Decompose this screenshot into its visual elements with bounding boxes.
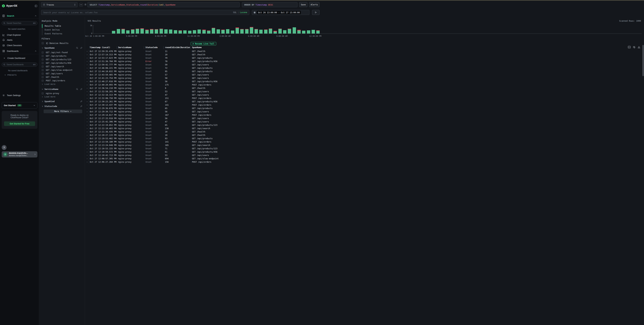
column-resize-handle[interactable]: [190, 46, 190, 49]
row-expand-chevron[interactable]: ›: [86, 103, 88, 107]
row-expand-chevron[interactable]: ›: [86, 97, 88, 100]
row-expand-chevron[interactable]: ›: [86, 93, 88, 97]
row-expand-chevron[interactable]: ›: [86, 140, 88, 144]
create-dashboard-button[interactable]: + Create Dashboard: [0, 56, 39, 60]
table-row[interactable]: › Oct 27 12:51:36.784 PM nginx-proxy Err…: [85, 60, 322, 63]
get-started-free-button[interactable]: Get Started for Free: [4, 121, 35, 126]
row-expand-chevron[interactable]: ›: [86, 60, 88, 63]
row-expand-chevron[interactable]: ›: [86, 117, 88, 120]
row-expand-chevron[interactable]: ›: [86, 157, 88, 160]
sidebar-item-client-sessions[interactable]: Client Sessions: [0, 43, 39, 47]
save-button[interactable]: Save: [299, 2, 308, 7]
mode-event-deltas[interactable]: Event Deltas: [45, 28, 60, 31]
table-row[interactable]: › Oct 27 12:25:42.306 PM nginx-proxy Uns…: [85, 120, 322, 123]
checkbox[interactable]: [42, 65, 44, 68]
spanname-load-more[interactable]: Load more: [42, 83, 55, 85]
checkbox[interactable]: [42, 80, 44, 82]
row-expand-chevron[interactable]: ›: [86, 100, 88, 103]
source-settings-gear-icon[interactable]: [84, 3, 87, 6]
table-row[interactable]: › Oct 27 12:10:53.155 PM nginx-proxy Uns…: [85, 147, 322, 150]
table-row[interactable]: › Oct 27 12:06:27.284 PM nginx-proxy Uns…: [85, 160, 322, 162]
table-row[interactable]: › Oct 27 12:29:30.712 PM nginx-proxy Uns…: [85, 110, 322, 113]
table-row[interactable]: › Oct 27 12:32:08.750 PM nginx-proxy Uns…: [85, 97, 322, 100]
table-row[interactable]: › Oct 27 12:10:50.572 PM nginx-proxy Uns…: [85, 150, 322, 154]
row-expand-chevron[interactable]: ›: [86, 90, 88, 93]
table-row[interactable]: › Oct 27 12:32:18.313 PM nginx-proxy Uns…: [85, 93, 322, 97]
row-expand-chevron[interactable]: ›: [86, 160, 88, 162]
filter-option[interactable]: GET /health: [42, 76, 59, 78]
row-expand-chevron[interactable]: ›: [86, 53, 88, 56]
presets-toggle[interactable]: PRESETS: [4, 74, 16, 76]
mode-results-table[interactable]: Results Table: [45, 25, 61, 27]
filter-option[interactable]: GET /api/not-found: [42, 51, 68, 54]
saved-dashboards-input[interactable]: [6, 63, 33, 66]
column-resize-handle[interactable]: [117, 46, 117, 49]
row-expand-chevron[interactable]: ›: [86, 80, 88, 83]
row-expand-chevron[interactable]: ›: [86, 110, 88, 113]
chevron-up-icon[interactable]: [35, 50, 36, 52]
saved-searches-input[interactable]: [6, 22, 33, 24]
event-search-bar[interactable]: SQL | Lucene: [41, 10, 249, 15]
resume-live-tail-button[interactable]: Resume Live Tail: [190, 42, 216, 45]
column-resize-handle[interactable]: [144, 46, 144, 49]
mode-event-patterns[interactable]: Event Patterns: [45, 32, 62, 35]
col-header-duration[interactable]: round(divide(Duration,: [165, 46, 190, 49]
table-row[interactable]: › Oct 27 12:22:10.403 PM nginx-proxy Uns…: [85, 127, 322, 130]
filter-option[interactable]: GET /api/products/456: [42, 62, 71, 64]
table-row[interactable]: › Oct 27 12:50:42.777 PM nginx-proxy Uns…: [85, 63, 322, 66]
table-row[interactable]: › Oct 27 12:32:58.201 PM nginx-proxy Uns…: [85, 90, 322, 93]
more-filters-button[interactable]: More filters: [44, 109, 82, 113]
row-expand-chevron[interactable]: ›: [86, 144, 88, 147]
filter-option[interactable]: GET /api/products/123: [42, 58, 71, 61]
sidebar-collapse-icon[interactable]: [35, 5, 37, 7]
filter-option[interactable]: nginx-proxy: [42, 92, 59, 95]
query-language-toggle[interactable]: SQL | Lucene: [233, 11, 247, 13]
saved-searches-search[interactable]: ⌘K: [2, 21, 38, 25]
col-header-spanname[interactable]: SpanName: [192, 46, 242, 49]
table-row[interactable]: › Oct 27 12:59:35.478 PM nginx-proxy Uns…: [85, 50, 322, 53]
table-row[interactable]: › Oct 27 12:40:20.093 PM nginx-proxy Uns…: [85, 83, 322, 86]
filter-option[interactable]: GET /api/search: [42, 65, 64, 68]
pin-icon[interactable]: [80, 105, 82, 107]
row-expand-chevron[interactable]: ›: [86, 154, 88, 157]
row-expand-chevron[interactable]: ›: [86, 86, 88, 90]
table-row[interactable]: › Oct 27 12:13:59.180 PM nginx-proxy Uns…: [85, 140, 322, 144]
row-expand-chevron[interactable]: ›: [86, 83, 88, 86]
row-expand-chevron[interactable]: ›: [86, 133, 88, 137]
filter-option[interactable]: GET /api/slow-endpoint: [42, 69, 72, 71]
user-account-menu[interactable]: D dominic.tran@clic... dominic.tran@clic…: [2, 151, 38, 157]
checkbox[interactable]: [42, 42, 44, 44]
sidebar-item-chart-explorer[interactable]: Chart Explorer: [0, 33, 39, 37]
row-expand-chevron[interactable]: ›: [86, 123, 88, 127]
filter-option[interactable]: GET /api/users: [42, 72, 63, 75]
source-select[interactable]: Traces: [41, 2, 78, 7]
row-expand-chevron[interactable]: ›: [86, 113, 88, 117]
table-row[interactable]: › Oct 27 12:13:24.048 PM nginx-proxy Uns…: [85, 144, 322, 147]
row-expand-chevron[interactable]: ›: [86, 130, 88, 133]
filter-search-icon[interactable]: [76, 47, 78, 49]
table-row[interactable]: › Oct 27 12:27:33.918 PM nginx-proxy Uns…: [85, 117, 322, 120]
get-started-accordion[interactable]: Get Started 3/3: [2, 102, 38, 108]
run-query-button[interactable]: [312, 10, 320, 15]
sidebar-item-dashboards[interactable]: Dashboards: [0, 49, 39, 53]
checkbox[interactable]: [42, 58, 44, 60]
filter-option[interactable]: GET /api/products: [42, 55, 66, 57]
sidebar-item-alerts[interactable]: Alerts: [0, 38, 39, 42]
sidebar-item-team-settings[interactable]: Team Settings: [0, 93, 39, 97]
order-by-input[interactable]: ORDER BY Timestamp DESC: [242, 2, 298, 7]
col-header-statuscode[interactable]: StatusCode: [146, 46, 163, 49]
row-expand-chevron[interactable]: ›: [86, 76, 88, 80]
checkbox[interactable]: [42, 76, 44, 78]
table-row[interactable]: › Oct 27 12:10:42.713 PM nginx-proxy Uns…: [85, 154, 322, 157]
checkbox[interactable]: [42, 55, 44, 57]
pin-icon[interactable]: [80, 100, 82, 102]
table-row[interactable]: › Oct 27 12:20:27.133 PM nginx-proxy Uns…: [85, 133, 322, 137]
checkbox[interactable]: [42, 51, 44, 53]
event-search-input[interactable]: [43, 11, 233, 14]
table-row[interactable]: › Oct 27 12:43:59.465 PM nginx-proxy Uns…: [85, 73, 322, 76]
alerts-button[interactable]: Alerts: [309, 2, 320, 7]
table-row[interactable]: › Oct 27 12:53:17.623 PM nginx-proxy Uns…: [85, 56, 322, 60]
filter-group-spankind[interactable]: SpanKind: [39, 100, 85, 103]
checkbox[interactable]: [42, 92, 44, 94]
pin-icon[interactable]: [80, 47, 82, 49]
